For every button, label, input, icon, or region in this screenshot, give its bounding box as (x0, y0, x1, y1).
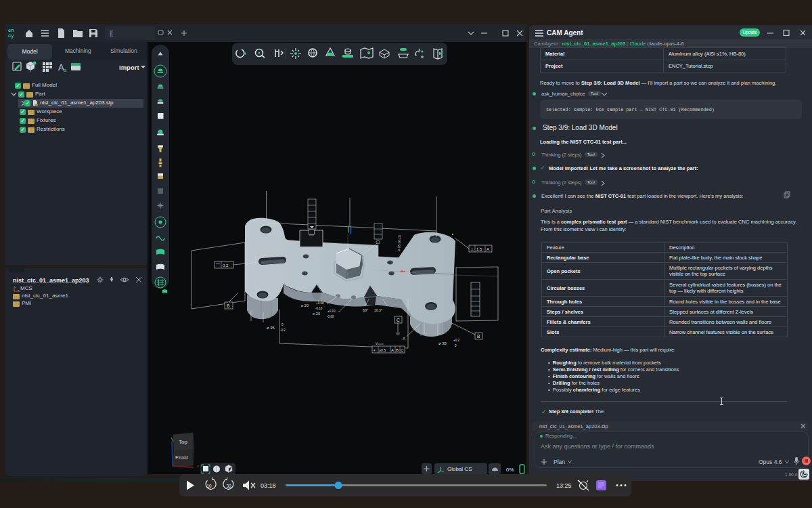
svg-text:B: B (396, 348, 399, 352)
svg-text:-0.10: -0.10 (315, 307, 323, 310)
svg-text:03:18: 03:18 (261, 482, 276, 489)
svg-text:0: 0 (455, 344, 457, 347)
svg-text:10: 10 (207, 484, 212, 488)
svg-text:Front: Front (175, 454, 188, 461)
svg-text:30: 30 (227, 484, 232, 488)
svg-text:60°: 60° (363, 308, 368, 312)
svg-text:+0.2: +0.2 (453, 339, 459, 342)
svg-text:A: A (487, 247, 489, 251)
svg-text:⌀ 35: ⌀ 35 (267, 326, 275, 330)
svg-text:⌀ 20: ⌀ 20 (301, 303, 309, 308)
svg-text:Global CS: Global CS (447, 466, 472, 472)
svg-text:x: x (197, 464, 199, 468)
svg-text:Import: Import (119, 64, 139, 71)
svg-text:Top: Top (179, 439, 187, 445)
svg-text:0%: 0% (506, 467, 514, 473)
svg-text:C: C (401, 348, 404, 352)
svg-text:a: a (64, 67, 67, 73)
svg-text:+0.08: +0.08 (316, 301, 324, 305)
svg-text:⌀ 20: ⌀ 20 (313, 312, 320, 316)
svg-text:⌀ 35 ±0.15: ⌀ 35 ±0.15 (397, 235, 401, 251)
svg-text:±0.3°: ±0.3° (374, 308, 382, 312)
svg-text:⏜: ⏜ (216, 263, 220, 268)
svg-text:V══⌖: V══⌖ (376, 342, 384, 345)
svg-text:A: A (391, 348, 394, 352)
svg-text:+0.10: +0.10 (328, 310, 336, 313)
svg-text:|[: |[ (110, 30, 113, 37)
svg-text:A: A (403, 337, 405, 341)
svg-text:B: B (477, 334, 480, 339)
svg-text:-0.08: -0.08 (327, 315, 334, 318)
svg-text:13:25: 13:25 (556, 482, 572, 489)
svg-text:0.2: 0.2 (223, 263, 229, 268)
svg-text:0: 0 (281, 323, 284, 326)
svg-text:1.5: 1.5 (476, 247, 482, 251)
svg-text:⌀ 35: ⌀ 35 (438, 341, 447, 345)
svg-text:⌀0.5: ⌀0.5 (379, 348, 386, 352)
svg-text:⊥: ⊥ (470, 247, 474, 251)
svg-text:B: B (227, 303, 229, 308)
svg-text:-0.2: -0.2 (280, 329, 286, 332)
svg-text:cy: cy (8, 33, 14, 39)
svg-text:C: C (397, 318, 400, 322)
